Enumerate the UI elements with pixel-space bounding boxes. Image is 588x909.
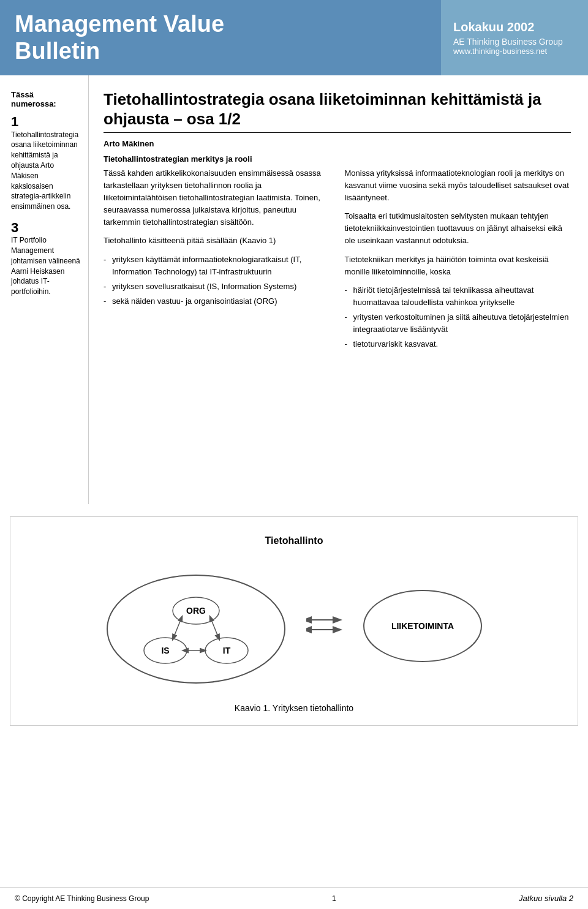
main-content: Tässä numerossa: 1 Tietohallintostrategi… (0, 75, 588, 504)
company-url: www.thinking-business.net (453, 47, 576, 56)
arrows-between (306, 606, 343, 646)
col2-list: häiriöt tietojärjestelmissä tai tekniika… (345, 284, 571, 351)
col1-list: yrityksen käyttämät informaatioteknologi… (104, 254, 330, 308)
col1-list-item-3: sekä näiden vastuu- ja organisointiasiat… (104, 295, 330, 307)
diagram-container: ORG IS IT (23, 559, 565, 693)
article-section-title: Tietohallintostrategian merkitys ja rool… (104, 154, 571, 164)
diagram-caption: Kaavio 1. Yrityksen tietohallinto (23, 703, 565, 713)
col1-para-2: Tietohallinto käsitteenä pitää sisällään… (104, 235, 330, 247)
col1-para-1: Tässä kahden artikkelikokonaisuuden ensi… (104, 167, 330, 229)
page-header: Management Value Bulletin Lokakuu 2002 A… (0, 0, 588, 75)
publication-date: Lokakuu 2002 (453, 20, 576, 34)
sidebar-item-1-number: 1 (11, 115, 81, 129)
svg-text:ORG: ORG (186, 606, 206, 616)
article-col-2: Monissa yrityksissä informaatioteknologi… (345, 167, 571, 357)
footer-continue: Jatkuu sivulla 2 (519, 894, 573, 903)
article-author: Arto Mäkinen (104, 139, 571, 148)
sidebar-item-1: 1 Tietohallintostrategia osana liiketoim… (11, 115, 81, 212)
svg-line-8 (211, 620, 219, 639)
footer-copyright: © Copyright AE Thinking Business Group (15, 894, 149, 903)
col2-list-item-2: yritysten verkostoituminen ja siitä aihe… (345, 311, 571, 336)
tietohallinto-svg: ORG IS IT (104, 565, 288, 687)
col1-list-item-2: yrityksen sovellusratkaisut (IS, Informa… (104, 281, 330, 293)
title-line1: Management Value (15, 11, 224, 37)
title-line2: Bulletin (15, 38, 100, 64)
col2-para-3: Tietotekniikan merkitys ja häiriötön toi… (345, 254, 571, 278)
footer-page-number: 1 (332, 894, 336, 903)
tietohallinto-ellipse: ORG IS IT (104, 565, 288, 687)
col2-list-item-3: tietoturvariskit kasvavat. (345, 338, 571, 350)
col2-para-1: Monissa yrityksissä informaatioteknologi… (345, 167, 571, 204)
liiketoiminta-label: LIIKETOIMINTA (391, 621, 454, 631)
sidebar-item-2-text: IT Portfolio Management johtamisen välin… (11, 235, 81, 297)
diagram-title: Tietohallinto (23, 535, 565, 546)
col1-list-item-1: yrityksen käyttämät informaatioteknologi… (104, 254, 330, 278)
liiketoiminta-ellipse: LIIKETOIMINTA (361, 586, 484, 666)
sidebar-title: Tässä numerossa: (11, 90, 81, 108)
sidebar-item-2: 3 IT Portfolio Management johtamisen väl… (11, 221, 81, 297)
header-right: Lokakuu 2002 AE Thinking Business Group … (441, 0, 588, 75)
col2-para-2: Toisaalta eri tutkimuslaitosten selvitys… (345, 210, 571, 247)
sidebar: Tässä numerossa: 1 Tietohallintostrategi… (0, 75, 89, 504)
sidebar-item-2-number: 3 (11, 221, 81, 235)
svg-text:IT: IT (223, 646, 231, 655)
page-footer: © Copyright AE Thinking Business Group 1… (0, 887, 588, 909)
sidebar-item-1-text: Tietohallintostrategia osana liiketoimin… (11, 130, 81, 212)
col2-list-item-1: häiriöt tietojärjestelmissä tai tekniika… (345, 284, 571, 309)
article-content: Tietohallintostrategia osana liiketoimin… (89, 75, 588, 504)
article-headline: Tietohallintostrategia osana liiketoimin… (104, 90, 571, 132)
liiketoiminta-svg: LIIKETOIMINTA (361, 586, 484, 666)
svg-point-0 (107, 575, 285, 683)
arrows-svg (306, 606, 343, 643)
header-title-block: Management Value Bulletin (0, 0, 441, 75)
article-col-1: Tässä kahden artikkelikokonaisuuden ensi… (104, 167, 330, 357)
page-title: Management Value Bulletin (15, 11, 426, 64)
company-name: AE Thinking Business Group (453, 37, 576, 47)
two-column-layout: Tässä kahden artikkelikokonaisuuden ensi… (104, 167, 571, 357)
svg-text:IS: IS (161, 646, 169, 655)
diagram-section: Tietohallinto ORG IS IT (10, 516, 578, 726)
svg-line-7 (173, 620, 181, 639)
